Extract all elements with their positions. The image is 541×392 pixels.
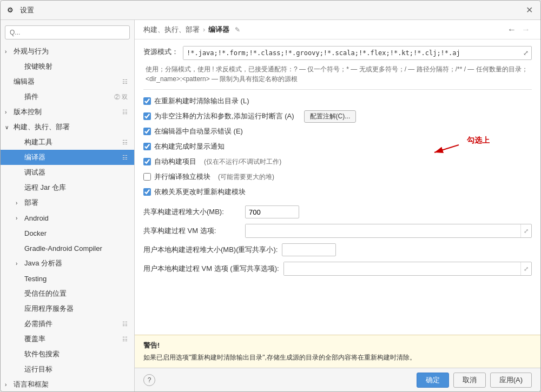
sidebar-item-label: 应用程序服务器 [24,304,128,314]
sidebar-item-pkg-search[interactable]: 软件包搜索 [1,347,134,362]
sidebar-item-label: 语言和框架 [14,380,128,389]
sidebar-item-docker[interactable]: Docker [1,225,134,241]
resource-expand-button[interactable]: ⤢ [520,46,531,59]
svg-text:勾选上: 勾选上 [466,136,490,144]
dialog-title: 设置 [20,5,34,15]
shared-vm-input[interactable] [246,224,520,237]
sidebar-item-plugins[interactable]: 插件 ② 双 [1,89,134,104]
sidebar-item-label: 构建、执行、部署 [14,122,128,132]
breadcrumb-current: 编译器 [208,25,229,35]
configure-annotations-button[interactable]: 配置注解(C)... [304,110,357,123]
assert-checkbox[interactable] [143,112,151,120]
sidebar-badge: ② 双 [114,93,128,101]
sidebar-item-required-plugins[interactable]: 必需插件 ☷ [1,316,134,331]
svg-line-1 [434,145,459,152]
expand-icon[interactable]: ⤢ [520,224,531,237]
sidebar-item-android[interactable]: › Android [1,210,134,225]
resource-hint: 使用；分隔模式，使用 ! 求反模式，已接受通配符：? — 仅一个符号；* — 无… [146,64,532,84]
sidebar-item-label: 覆盖率 [24,334,122,344]
chevron-icon: › [5,49,11,55]
chevron-icon: › [16,261,22,267]
auto-build-label: 自动构建项目 [154,157,196,167]
nav-forward-button[interactable]: → [520,24,532,36]
hint-line2: <dir_name>:<pattern> — 限制为具有指定名称的源根 [146,75,298,83]
sidebar-badge: ☷ [122,139,128,146]
sidebar-item-build-tools[interactable]: 构建工具 ☷ [1,135,134,150]
shared-vm-input-wrap: ⤢ [245,224,532,238]
sidebar-item-label: 构建工具 [24,137,122,147]
sidebar-item-label: 外观与行为 [14,46,128,56]
sidebar-item-label: 按键映射 [24,62,128,71]
sidebar-item-coverage[interactable]: 覆盖率 ☷ [1,331,134,347]
sidebar-item-keymap[interactable]: 按键映射 [1,59,134,74]
sidebar-badge: ☷ [122,78,128,85]
rebuild-on-dep-checkbox[interactable] [143,188,151,196]
sidebar-badge: ☷ [122,321,128,328]
expand-icon-2[interactable]: ⤢ [520,262,531,275]
chevron-icon: › [16,200,22,206]
sidebar-item-label: 必需插件 [24,319,122,329]
sidebar-item-gradle-android[interactable]: Gradle-Android Compiler [1,241,134,256]
show-errors-checkbox[interactable] [143,128,151,135]
user-vm-input[interactable] [284,262,520,275]
sidebar-item-remote-jar[interactable]: 远程 Jar 仓库 [1,180,134,195]
user-vm-input-wrap: ⤢ [283,262,532,276]
breadcrumb-separator: › [203,25,205,34]
sidebar-item-run-target[interactable]: 运行目标 [1,362,134,377]
sidebar-badge: ☷ [122,336,128,343]
sidebar-item-testing[interactable]: Testing [1,271,134,286]
search-input[interactable] [5,25,130,39]
shared-heap-input[interactable] [245,205,299,218]
checkbox-clear-output: 在重新构建时清除输出目录 (L) [143,94,532,108]
nav-back-button[interactable]: ← [506,24,518,36]
main-content: › 外观与行为 按键映射 编辑器 ☷ 插件 ② 双 › 版本控制 ☷ [1,20,540,391]
auto-build-checkbox[interactable] [143,158,151,165]
sidebar-item-label: 部署 [24,198,128,208]
sidebar-item-label: Gradle-Android Compiler [24,244,128,253]
warning-text: 如果已启用选项"重新构建时清除输出目录",存储生成源的目录的全部内容将在重新构建… [143,353,532,362]
divider [143,89,532,90]
sidebar-item-appearance[interactable]: › 外观与行为 [1,44,134,59]
sidebar-item-editor[interactable]: 编辑器 ☷ [1,74,134,89]
parallel-checkbox[interactable] [143,173,151,181]
close-button[interactable]: ✕ [524,5,534,15]
sidebar-item-java-analyzer[interactable]: › Java 分析器 [1,256,134,271]
notify-checkbox[interactable] [143,143,151,150]
sidebar-item-debugger[interactable]: 调试器 [1,165,134,180]
field-shared-heap: 共享构建进程堆大小(MB): [143,205,532,218]
clear-output-checkbox[interactable] [143,97,151,105]
sidebar-item-label: 软件包搜索 [24,349,128,359]
settings-icon: ⚙ [7,6,16,15]
sidebar-item-build[interactable]: ∨ 构建、执行、部署 [1,119,134,135]
sidebar: › 外观与行为 按键映射 编辑器 ☷ 插件 ② 双 › 版本控制 ☷ [1,20,135,391]
checkbox-notify: 在构建完成时显示通知 勾选上 [143,139,532,154]
sidebar-item-label: Docker [24,229,128,237]
sidebar-item-vcs[interactable]: › 版本控制 ☷ [1,104,134,119]
user-vm-label: 用户本地构建过程 VM 选项 (重写共享选项): [143,264,279,274]
assert-label: 为非空注释的方法和参数,添加运行时断言 (A) [154,111,294,121]
apply-button[interactable]: 应用(A) [490,373,532,388]
sidebar-item-compiler[interactable]: 编译器 ☷ [1,150,134,165]
cancel-button[interactable]: 取消 [453,373,486,388]
footer: ? 确定 取消 应用(A) [135,368,540,391]
sidebar-item-label: 调试器 [24,168,128,177]
checkbox-parallel: 并行编译独立模块 (可能需要更大的堆) [143,170,532,184]
right-panel: 构建、执行、部署 › 编译器 ✎ ← → 资源模式： ⤢ [135,20,540,391]
chevron-icon: ∨ [5,124,11,130]
resource-mode-input[interactable] [183,46,520,59]
sidebar-item-lang-framework[interactable]: › 语言和框架 [1,377,134,391]
sidebar-item-label: 编译器 [24,152,122,162]
user-heap-input[interactable] [282,243,336,256]
field-user-heap: 用户本地构建进程堆大小(MB)(重写共享小): [143,243,532,256]
user-heap-label: 用户本地构建进程堆大小(MB)(重写共享小): [143,245,278,255]
content-area: 资源模式： ⤢ 使用；分隔模式，使用 ! 求反模式，已接受通配符：? — 仅一个… [135,39,540,335]
field-shared-vm: 共享构建过程 VM 选项: ⤢ [143,224,532,238]
auto-build-note: (仅在不运行/不调试时工作) [204,157,281,167]
help-button[interactable]: ? [143,374,155,386]
sidebar-item-label: 受信任的位置 [24,289,128,298]
sidebar-item-app-server[interactable]: 应用程序服务器 [1,301,134,316]
sidebar-item-label: Java 分析器 [24,258,128,268]
sidebar-item-trusted[interactable]: 受信任的位置 [1,286,134,301]
sidebar-item-deployment[interactable]: › 部署 [1,195,134,210]
ok-button[interactable]: 确定 [417,373,449,388]
